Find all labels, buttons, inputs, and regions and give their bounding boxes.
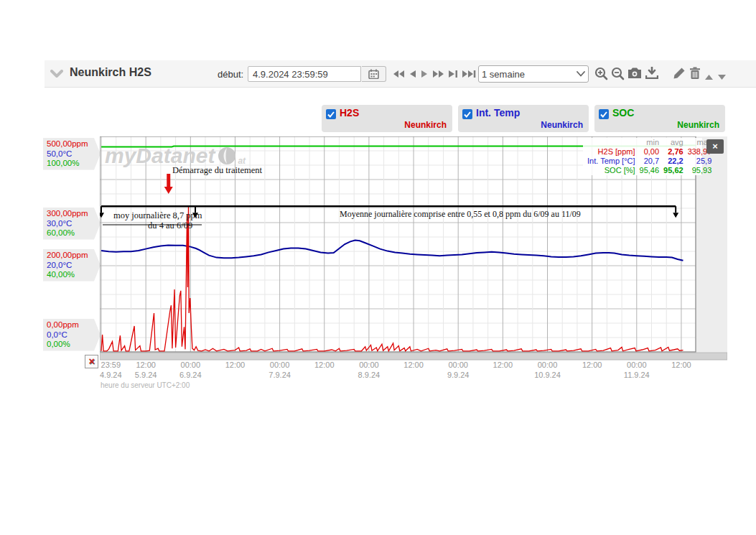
legend-station-int-temp: Neunkirch <box>541 120 583 130</box>
stats-min: 95,46 <box>635 166 660 175</box>
x-tick: 00:007.9.24 <box>269 360 291 379</box>
x-tick: 00:006.9.24 <box>179 360 202 379</box>
x-tick-time: 12:00 <box>493 360 513 369</box>
skip-to-end-button[interactable] <box>449 70 458 78</box>
legend-box-h2s: H2S Neunkirch <box>322 105 452 132</box>
pencil-icon <box>673 67 686 80</box>
stats-avg: 95,62 <box>659 166 683 175</box>
stats-label: SOC [%] <box>583 166 635 175</box>
y-label-ppm: 0,00ppm <box>47 320 93 330</box>
x-tick-time: 00:00 <box>534 360 561 369</box>
y-label-celsius: 30,0°C <box>47 219 93 229</box>
legend-label-soc: SOC <box>612 107 634 118</box>
x-tick: 12:00 <box>403 360 424 369</box>
collapse-down-button[interactable] <box>717 70 727 83</box>
y-label-ppm: 300,00ppm <box>47 209 93 219</box>
page-title: Neunkirch H2S <box>70 66 151 79</box>
fast-backward-button[interactable] <box>393 70 404 78</box>
y-label-celsius: 0,0°C <box>47 330 93 340</box>
y-label-ppm: 200,00ppm <box>47 251 93 261</box>
y-axis-tag-zero: 0,00ppm 0,0°C 0,00% <box>43 319 101 351</box>
y-axis-tag-top: 500,00ppm 50,0°C 100,00% <box>43 138 101 170</box>
stats-avg: 22,2 <box>659 157 683 166</box>
x-tick-time: 12:00 <box>671 360 691 369</box>
start-date-input[interactable] <box>248 66 361 82</box>
legend-label-h2s: H2S <box>340 107 359 118</box>
step-backward-button[interactable] <box>409 70 416 78</box>
y-label-percent: 0,00% <box>47 340 93 350</box>
x-tick-time: 00:00 <box>269 360 291 369</box>
x-tick: 12:00 <box>582 360 602 369</box>
fast-forward-button[interactable] <box>433 70 444 78</box>
legend-station-soc: Neunkirch <box>677 120 719 130</box>
x-tick-date: 6.9.24 <box>179 371 202 379</box>
time-navigation <box>393 68 476 80</box>
zoom-out-button[interactable] <box>611 67 625 83</box>
x-tick-date: 10.9.24 <box>534 371 561 379</box>
collapse-chevron-icon[interactable] <box>50 70 63 78</box>
legend-box-int-temp: Int. Temp Neunkirch <box>458 105 589 132</box>
h2s-checkbox[interactable] <box>326 109 336 119</box>
trash-icon <box>689 67 701 80</box>
annotation-right: Moyenne journalière comprise entre 0,55 … <box>340 209 581 220</box>
x-tick-date: 9.9.24 <box>447 371 470 379</box>
time-range-value: 1 semaine <box>482 69 525 80</box>
watermark: myDatanet at <box>105 144 246 168</box>
x-tick-time: 00:00 <box>624 360 650 369</box>
skip-to-last-button[interactable] <box>462 70 476 78</box>
y-label-celsius: 50,0°C <box>47 149 93 159</box>
x-tick: 00:008.9.24 <box>358 360 381 379</box>
snapshot-button[interactable] <box>627 67 642 82</box>
x-tick-time: 00:00 <box>179 360 202 369</box>
soc-checkbox[interactable] <box>599 109 609 119</box>
zoom-in-button[interactable] <box>594 67 608 83</box>
download-icon <box>645 67 658 79</box>
y-axis-tag-300: 300,00ppm 30,0°C 60,00% <box>43 208 101 240</box>
stats-row-int-temp: Int. Temp [°C] 20,7 22,2 25,9 <box>583 157 711 166</box>
x-tick: 00:009.9.24 <box>447 360 470 379</box>
watermark-text: myDatanet <box>105 144 215 168</box>
stats-row-soc: SOC [%] 95,46 95,62 95,93 <box>583 166 711 175</box>
globe-icon <box>216 145 238 167</box>
y-label-percent: 40,00% <box>47 270 93 280</box>
legend-label-int-temp: Int. Temp <box>476 107 520 118</box>
stats-min: 20,7 <box>635 157 660 166</box>
int-temp-checkbox[interactable] <box>462 109 472 119</box>
legend-box-soc: SOC Neunkirch <box>594 105 725 132</box>
x-tick-date: 7.9.24 <box>269 371 291 379</box>
time-range-select[interactable]: 1 semaine <box>478 65 589 83</box>
stats-avg: 2,76 <box>659 147 683 157</box>
x-tick-time: 23:59 <box>100 360 122 369</box>
y-label-ppm: 500,00ppm <box>47 139 93 149</box>
stats-header-avg: avg <box>659 138 683 147</box>
x-tick: 12:00 <box>314 360 335 369</box>
stats-close-button[interactable]: × <box>706 139 724 154</box>
y-axis-tag-200: 200,00ppm 20,0°C 40,00% <box>43 249 101 282</box>
stats-label: H2S [ppm] <box>583 147 635 157</box>
stats-min: 0,00 <box>635 147 660 157</box>
x-tick-time: 12:00 <box>582 360 602 369</box>
step-forward-button[interactable] <box>421 70 429 78</box>
x-tick-date: 5.9.24 <box>135 371 157 379</box>
annotation-left-line1: moy journalière 8,7 ppm <box>113 210 202 221</box>
calendar-button[interactable] <box>362 66 386 82</box>
y-label-celsius: 20,0°C <box>47 261 93 271</box>
collapse-up-button[interactable] <box>704 70 714 83</box>
stats-header-min: min <box>635 138 660 147</box>
x-tick: 12:005.9.24 <box>135 360 157 379</box>
calendar-icon <box>368 69 379 79</box>
axis-close-button[interactable]: × <box>85 355 98 368</box>
x-tick-time: 12:00 <box>135 360 157 369</box>
timezone-footnote: heure du serveur UTC+2:00 <box>101 381 190 389</box>
x-tick: 12:00 <box>493 360 513 369</box>
x-scrollbar <box>100 353 727 360</box>
x-tick-date: 11.9.24 <box>624 371 650 379</box>
stats-row-h2s: H2S [ppm] 0,00 2,76 338,97 <box>583 147 711 157</box>
annotation-left-line2: du 4 au 6/09 <box>148 220 192 231</box>
x-tick: 23:594.9.24 <box>100 360 122 379</box>
x-tick-time: 00:00 <box>358 360 381 369</box>
download-button[interactable] <box>645 67 658 82</box>
y-label-percent: 60,00% <box>47 228 93 238</box>
edit-button[interactable] <box>673 67 686 83</box>
delete-button[interactable] <box>689 67 701 83</box>
